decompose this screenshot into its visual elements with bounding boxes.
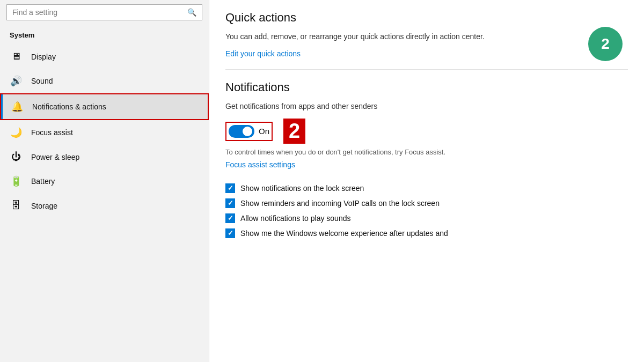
checkbox-row-3: ✓ Allow notifications to play sounds: [225, 213, 628, 223]
sidebar-item-label: Sound: [31, 77, 53, 85]
checkbox-1[interactable]: ✓: [225, 183, 235, 193]
battery-icon: 🔋: [10, 175, 23, 187]
sidebar-item-label: Display: [31, 53, 56, 61]
checkbox-label-2: Show reminders and incoming VoIP calls o…: [240, 199, 440, 208]
focus-assist-text: To control times when you do or don't ge…: [225, 147, 628, 158]
sidebar-item-storage[interactable]: 🗄 Storage: [0, 194, 209, 218]
checkbox-row-1: ✓ Show notifications on the lock screen: [225, 183, 628, 193]
sidebar-item-label: Power & sleep: [31, 153, 79, 161]
sidebar-item-battery[interactable]: 🔋 Battery: [0, 169, 209, 194]
search-icon: 🔍: [187, 8, 196, 17]
system-label: System: [0, 29, 209, 45]
checkbox-label-4: Show me the Windows welcome experience a…: [240, 229, 448, 238]
sidebar-item-notifications[interactable]: 🔔 Notifications & actions 1: [0, 93, 209, 120]
checkbox-label-3: Allow notifications to play sounds: [240, 214, 350, 223]
quick-actions-desc: You can add, remove, or rearrange your q…: [225, 31, 628, 42]
sidebar-item-power[interactable]: ⏻ Power & sleep: [0, 145, 209, 169]
sidebar: 🔍 System 🖥 Display 🔊 Sound 🔔 Notificatio…: [0, 0, 209, 362]
annotation-number-2: 2: [283, 119, 305, 144]
toggle-label: On: [259, 127, 269, 136]
notifications-icon: 🔔: [11, 101, 24, 113]
focus-assist-link[interactable]: Focus assist settings: [225, 160, 295, 169]
checkbox-2[interactable]: ✓: [225, 198, 235, 208]
quick-actions-title: Quick actions: [225, 11, 628, 25]
notifications-title: Notifications: [225, 80, 628, 94]
checkbox-4[interactable]: ✓: [225, 228, 235, 238]
checkbox-row-4: ✓ Show me the Windows welcome experience…: [225, 228, 628, 238]
edit-quick-actions-link[interactable]: Edit your quick actions: [225, 49, 301, 58]
annotation-badge-2: 2: [588, 27, 623, 61]
section-divider: [225, 69, 628, 70]
notifications-desc: Get notifications from apps and other se…: [225, 101, 628, 112]
sidebar-item-sound[interactable]: 🔊 Sound: [0, 69, 209, 93]
sidebar-item-label: Battery: [31, 177, 55, 186]
toggle-row: On 2: [225, 119, 628, 144]
sidebar-item-label: Storage: [31, 202, 57, 210]
active-bar: [1, 94, 3, 119]
checkbox-3[interactable]: ✓: [225, 213, 235, 223]
sound-icon: 🔊: [10, 75, 23, 87]
sidebar-item-focus[interactable]: 🌙 Focus assist: [0, 120, 209, 145]
power-icon: ⏻: [10, 151, 23, 162]
sidebar-item-label: Focus assist: [31, 128, 73, 137]
search-bar[interactable]: 🔍: [6, 4, 202, 20]
checkbox-row-2: ✓ Show reminders and incoming VoIP calls…: [225, 198, 628, 208]
checkbox-label-1: Show notifications on the lock screen: [240, 184, 364, 193]
focus-icon: 🌙: [10, 127, 23, 138]
sidebar-item-display[interactable]: 🖥 Display: [0, 45, 209, 69]
main-content: 2 Quick actions You can add, remove, or …: [209, 0, 644, 362]
display-icon: 🖥: [10, 51, 23, 62]
toggle-container: On: [225, 122, 273, 141]
sidebar-item-label: Notifications & actions: [32, 102, 106, 111]
notifications-toggle[interactable]: [229, 125, 254, 138]
storage-icon: 🗄: [10, 200, 23, 211]
search-input[interactable]: [12, 8, 187, 17]
